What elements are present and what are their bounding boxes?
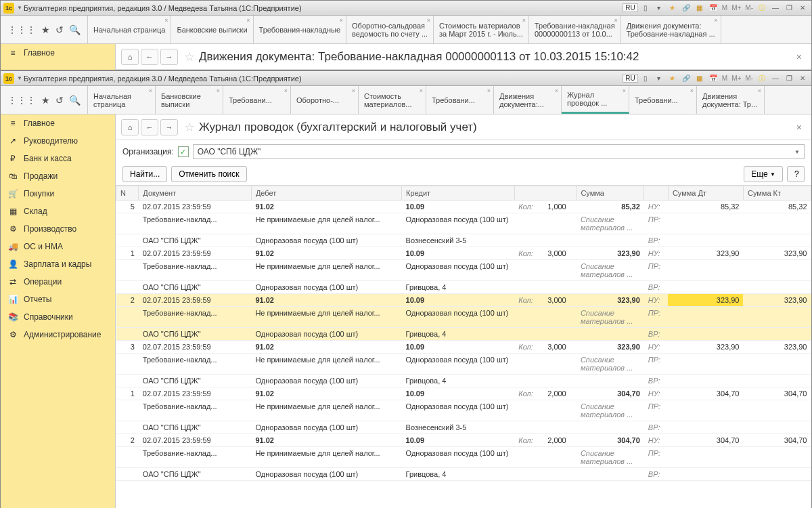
link-icon[interactable]: 🔗 (680, 73, 692, 84)
table-row[interactable]: Требование-наклад... Не принимаемые для … (116, 447, 811, 468)
page-close-icon[interactable]: × (792, 122, 806, 133)
favorite-star-icon[interactable]: ☆ (184, 120, 195, 135)
apps-icon[interactable]: ⋮⋮⋮ (7, 95, 36, 106)
calc-icon[interactable]: ▦ (694, 73, 706, 84)
table-row[interactable]: 1 02.07.2015 23:59:59 91.02 10.09 Кол: 3… (116, 247, 811, 260)
mem-mplus[interactable]: M+ (730, 75, 742, 82)
calendar-icon[interactable]: 📅 (707, 73, 719, 84)
tab[interactable]: ×Начальнаястраница (88, 86, 156, 114)
tab-close-icon[interactable]: × (487, 87, 491, 94)
home-button[interactable]: ⌂ (121, 119, 139, 135)
table-row[interactable]: ОАО "СПб ЦДЖ" Одноразовая посуда (100 шт… (116, 421, 811, 434)
home-button[interactable]: ⌂ (121, 49, 139, 65)
nav-back-button[interactable]: ← (141, 49, 158, 65)
table-row[interactable]: ОАО "СПб ЦДЖ" Одноразовая посуда (100 шт… (116, 468, 811, 481)
tab-close-icon[interactable]: × (246, 17, 250, 24)
tab[interactable]: ×Оборотно-сальдоваяведомость по счету ..… (346, 16, 434, 43)
table-row[interactable]: 5 02.07.2015 23:59:59 91.02 10.09 Кол: 1… (116, 200, 811, 213)
dropdown-icon[interactable]: ▼ (794, 149, 800, 155)
tab[interactable]: ×Журналпроводок ... (562, 86, 629, 114)
nav-back-button[interactable]: ← (141, 119, 158, 135)
tab-close-icon[interactable]: × (623, 87, 626, 94)
sidebar-item[interactable]: 🚚ОС и НМА (1, 238, 115, 255)
tb-icon[interactable]: ▾ (653, 3, 665, 14)
star-icon[interactable]: ★ (41, 95, 50, 106)
table-row[interactable]: ОАО "СПб ЦДЖ" Одноразовая посуда (100 шт… (116, 375, 811, 387)
apps-icon[interactable]: ⋮⋮⋮ (7, 24, 36, 35)
tab[interactable]: ×Банковскиевыписки (156, 86, 223, 114)
tab-close-icon[interactable]: × (690, 87, 694, 94)
search-icon[interactable]: 🔍 (69, 24, 81, 35)
menu-dropdown-icon[interactable]: ▼ (17, 5, 24, 11)
tb-icon[interactable]: ▯ (639, 3, 652, 14)
tb-icon[interactable]: ▯ (639, 73, 652, 84)
tab-close-icon[interactable]: × (555, 87, 558, 94)
sidebar-item-main-1[interactable]: ≡ Главное (1, 44, 115, 62)
th-nu[interactable] (644, 186, 669, 200)
tab[interactable]: ×Стоимостьматериалов... (359, 86, 426, 114)
tab-close-icon[interactable]: × (352, 87, 355, 94)
mem-mminus[interactable]: M- (744, 75, 754, 82)
th-sdt[interactable]: Сумма Дт (668, 186, 743, 200)
table-row[interactable]: 3 02.07.2015 23:59:59 91.02 10.09 Кол: 3… (116, 341, 811, 354)
lang-indicator[interactable]: RU (623, 74, 637, 83)
tab-close-icon[interactable]: × (284, 87, 288, 94)
mem-m[interactable]: M (721, 75, 729, 82)
grid[interactable]: N Документ Дебет Кредит Сумма Сумма Дт С… (116, 186, 811, 508)
sidebar-item[interactable]: ▦Склад (1, 203, 115, 220)
table-row[interactable]: 2 02.07.2015 23:59:59 91.02 10.09 Кол: 3… (116, 294, 811, 307)
tab[interactable]: ×Начальная страница (88, 16, 171, 43)
tb-icon[interactable]: ▾ (653, 73, 665, 84)
sidebar-item[interactable]: ⚙Производство (1, 220, 115, 238)
table-row[interactable]: Требование-наклад... Не принимаемые для … (116, 260, 811, 281)
th-kre[interactable]: Кредит (402, 186, 515, 200)
sidebar-item[interactable]: ≡Главное (1, 114, 115, 132)
tab-close-icon[interactable]: × (714, 17, 717, 24)
th-doc[interactable]: Документ (139, 186, 252, 200)
maximize-icon[interactable]: ❐ (783, 73, 795, 84)
info-icon[interactable]: ⓘ (756, 3, 768, 14)
favorite-star-icon[interactable]: ☆ (184, 49, 195, 64)
close-icon[interactable]: ✕ (796, 3, 809, 14)
history-icon[interactable]: ↺ (55, 95, 64, 106)
table-row[interactable]: 1 02.07.2015 23:59:59 91.02 10.09 Кол: 2… (116, 387, 811, 400)
star-icon[interactable]: ★ (667, 3, 679, 14)
table-row[interactable]: ОАО "СПб ЦДЖ" Одноразовая посуда (100 шт… (116, 281, 811, 294)
page-close-icon[interactable]: × (792, 51, 806, 62)
sidebar-item[interactable]: ⇄Операции (1, 273, 115, 291)
tab-close-icon[interactable]: × (614, 17, 617, 24)
tab-close-icon[interactable]: × (340, 17, 343, 24)
table-row[interactable]: Требование-наклад... Не принимаемые для … (116, 213, 811, 234)
table-row[interactable]: ОАО "СПб ЦДЖ" Одноразовая посуда (100 шт… (116, 234, 811, 247)
table-row[interactable]: Требование-наклад... Не принимаемые для … (116, 307, 811, 328)
th-sum[interactable]: Сумма (577, 186, 644, 200)
cancel-search-button[interactable]: Отменить поиск (171, 166, 246, 182)
tab[interactable]: ×Требования-накладные (254, 16, 347, 43)
tab[interactable]: ×Требовани... (223, 86, 291, 114)
search-icon[interactable]: 🔍 (69, 95, 81, 106)
tab-close-icon[interactable]: × (758, 87, 761, 94)
table-row[interactable]: Требование-наклад... Не принимаемые для … (116, 400, 811, 421)
info-icon[interactable]: ⓘ (756, 73, 768, 84)
org-input[interactable]: ОАО "СПб ЦДЖ" ▼ (193, 144, 805, 159)
star-icon[interactable]: ★ (667, 73, 679, 84)
nav-fwd-button[interactable]: → (160, 49, 178, 65)
tab[interactable]: ×Банковские выписки (171, 16, 253, 43)
sidebar-item[interactable]: 🛍Продажи (1, 167, 115, 185)
sidebar-item[interactable]: ↗Руководителю (1, 132, 115, 150)
minimize-icon[interactable]: — (769, 73, 782, 84)
tab-close-icon[interactable]: × (522, 17, 526, 24)
help-button[interactable]: ? (787, 166, 805, 182)
close-icon[interactable]: ✕ (796, 73, 809, 84)
maximize-icon[interactable]: ❐ (783, 3, 795, 14)
tab[interactable]: ×Требовани... (629, 86, 697, 114)
sidebar-item[interactable]: 📊Отчеты (1, 291, 115, 308)
tab[interactable]: ×Движениядокумента: Тр... (697, 86, 765, 114)
more-button[interactable]: Еще ▼ (744, 166, 783, 182)
find-button[interactable]: Найти... (122, 166, 167, 182)
org-check-icon[interactable]: ✓ (178, 146, 189, 157)
mem-mplus[interactable]: M+ (730, 4, 742, 12)
sidebar-item[interactable]: ₽Банк и касса (1, 150, 115, 167)
calc-icon[interactable]: ▦ (694, 3, 706, 14)
star-icon[interactable]: ★ (41, 24, 50, 35)
